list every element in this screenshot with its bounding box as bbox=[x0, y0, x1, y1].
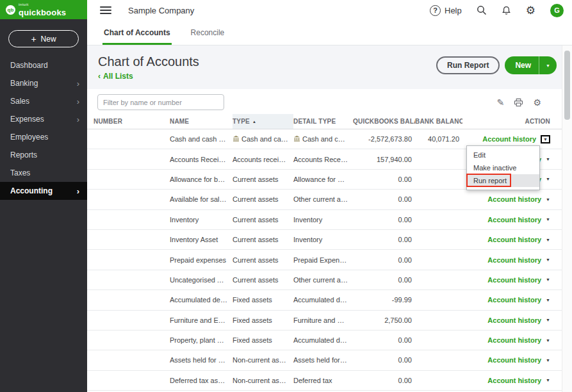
all-lists-back-link[interactable]: ‹ All Lists bbox=[98, 72, 199, 81]
user-avatar[interactable]: G bbox=[550, 4, 564, 17]
tab-chart-of-accounts[interactable]: Chart of Accounts bbox=[102, 20, 172, 45]
cell-action: Account history ▼ bbox=[462, 256, 550, 264]
cell-type: Accounts receiva... bbox=[233, 156, 293, 163]
table-row[interactable]: Accumulated depreciation Fixed assets Ac… bbox=[87, 290, 572, 310]
cell-name: Furniture and Equipment bbox=[170, 316, 233, 324]
cell-quickbooks-balance: 0.00 bbox=[353, 236, 415, 243]
cell-action: Account history ▼ bbox=[462, 236, 550, 243]
sidebar-item-employees[interactable]: Employees bbox=[0, 128, 87, 146]
edit-pencil-icon[interactable]: ✎ bbox=[497, 98, 505, 107]
cell-name: Cash and cash equivalents bbox=[170, 135, 233, 143]
cell-detail-type: Allowance for ba... bbox=[293, 176, 353, 183]
account-history-link[interactable]: Account history bbox=[487, 276, 541, 284]
cell-detail-type: Accumulated dep... bbox=[293, 336, 353, 344]
action-dropdown-button[interactable]: ▼ bbox=[546, 338, 550, 343]
bank-icon bbox=[293, 135, 302, 143]
account-history-link[interactable]: Account history bbox=[487, 316, 541, 324]
cell-detail-type: Accounts Receiva... bbox=[293, 156, 353, 163]
sidebar-new-button[interactable]: + New bbox=[8, 30, 79, 47]
sidebar-item-dashboard[interactable]: Dashboard bbox=[0, 56, 87, 74]
action-dropdown-button[interactable]: ▼ bbox=[546, 197, 550, 202]
column-header-action: ACTION bbox=[462, 118, 550, 125]
action-dropdown-button[interactable]: ▼ bbox=[546, 177, 550, 181]
column-header-type[interactable]: TYPE ▲ bbox=[233, 114, 293, 129]
action-dropdown-button[interactable]: ▼ bbox=[546, 157, 550, 161]
account-history-link[interactable]: Account history bbox=[487, 356, 541, 364]
account-history-link[interactable]: Account history bbox=[487, 216, 541, 224]
column-header-name[interactable]: NAME bbox=[170, 118, 233, 125]
action-dropdown-button[interactable]: ▼ bbox=[546, 217, 550, 222]
sidebar-item-accounting[interactable]: Accounting› bbox=[0, 182, 87, 200]
help-button[interactable]: ? Help bbox=[430, 5, 462, 16]
new-account-button[interactable]: New ▼ bbox=[505, 56, 557, 74]
table-row[interactable]: Furniture and Equipment Fixed assets Fur… bbox=[87, 311, 572, 331]
cell-detail-type: Inventory bbox=[293, 236, 353, 243]
table-row[interactable]: Inventory Asset Current assets Inventory… bbox=[87, 230, 572, 250]
cell-action: Account history ▼ bbox=[462, 195, 550, 203]
account-history-link[interactable]: Account history bbox=[487, 256, 541, 264]
cell-detail-type: Furniture and Fixt... bbox=[293, 316, 353, 324]
account-history-link[interactable]: Account history bbox=[487, 236, 541, 243]
scrollbar-thumb[interactable] bbox=[564, 51, 570, 120]
notifications-bell-icon[interactable] bbox=[502, 5, 511, 15]
sidebar-item-expenses[interactable]: Expenses› bbox=[0, 110, 87, 128]
column-header-number[interactable]: NUMBER bbox=[94, 118, 170, 125]
run-report-button[interactable]: Run Report bbox=[436, 56, 500, 74]
search-icon[interactable] bbox=[477, 5, 487, 15]
cell-action: Account history ▼ bbox=[462, 356, 550, 364]
cell-detail-type: Accumulated dep... bbox=[293, 296, 353, 304]
page-title: Chart of Accounts bbox=[98, 54, 199, 69]
action-dropdown-button[interactable]: ▼ bbox=[546, 277, 550, 282]
cell-type: Non-current assets bbox=[233, 356, 293, 364]
action-dropdown-button[interactable]: ▼ bbox=[541, 135, 550, 143]
menu-item-make-inactive[interactable]: Make inactive bbox=[467, 161, 539, 174]
topbar: Sample Company ? Help ⚙ G bbox=[87, 0, 572, 20]
table-row[interactable]: Property, plant and equipment Fixed asse… bbox=[87, 331, 572, 350]
action-dropdown-button[interactable]: ▼ bbox=[546, 298, 550, 302]
table-row[interactable]: Assets held for sale Non-current assets … bbox=[87, 350, 572, 370]
cell-action: Account history ▼ bbox=[462, 316, 550, 324]
table-settings-gear-icon[interactable]: ⚙ bbox=[533, 98, 541, 107]
cell-bank-balance: 40,071.20 bbox=[415, 135, 462, 143]
sidebar-item-taxes[interactable]: Taxes bbox=[0, 164, 87, 182]
table-row[interactable]: Inventory Current assets Inventory 0.00 … bbox=[87, 210, 572, 230]
filter-input[interactable] bbox=[97, 94, 224, 110]
new-button-caret-icon[interactable]: ▼ bbox=[539, 63, 557, 68]
sidebar-item-sales[interactable]: Sales› bbox=[0, 92, 87, 110]
main-content: Chart of Accounts Reconcile Chart of Acc… bbox=[87, 20, 572, 392]
company-name: Sample Company bbox=[128, 6, 194, 15]
action-dropdown-button[interactable]: ▼ bbox=[546, 318, 550, 322]
account-history-link[interactable]: Account history bbox=[487, 336, 541, 344]
table-row[interactable]: Uncategorised Asset Current assets Other… bbox=[87, 270, 572, 290]
help-icon: ? bbox=[430, 5, 441, 16]
action-dropdown-button[interactable]: ▼ bbox=[546, 378, 550, 382]
vertical-scrollbar[interactable] bbox=[562, 45, 572, 392]
table-row[interactable]: Prepaid expenses Current assets Prepaid … bbox=[87, 250, 572, 270]
column-header-quickbooks-balance[interactable]: QUICKBOOKS BALAN bbox=[353, 118, 415, 125]
column-header-detail-type[interactable]: DETAIL TYPE bbox=[293, 118, 353, 125]
sidebar-item-reports[interactable]: Reports bbox=[0, 146, 87, 164]
cell-type: Current assets bbox=[233, 195, 293, 203]
account-history-link[interactable]: Account history bbox=[487, 377, 541, 384]
account-history-link[interactable]: Account history bbox=[487, 195, 541, 203]
column-header-bank-balance[interactable]: BANK BALANCE bbox=[415, 118, 462, 125]
cell-detail-type: Assets held for sale bbox=[293, 356, 353, 364]
menu-item-run-report[interactable]: Run report bbox=[467, 174, 539, 187]
tab-reconcile[interactable]: Reconcile bbox=[190, 20, 226, 45]
quickbooks-wordmark: quickbooks bbox=[19, 8, 66, 17]
settings-gear-icon[interactable]: ⚙ bbox=[526, 5, 535, 16]
sidebar-item-banking[interactable]: Banking› bbox=[0, 74, 87, 92]
menu-item-edit[interactable]: Edit bbox=[467, 149, 539, 161]
account-history-link[interactable]: Account history bbox=[482, 135, 536, 143]
table-row[interactable]: Deferred tax assets Non-current assets D… bbox=[87, 371, 572, 391]
page-header: Chart of Accounts ‹ All Lists Run Report… bbox=[87, 45, 572, 89]
account-history-link[interactable]: Account history bbox=[487, 296, 541, 304]
print-icon[interactable] bbox=[514, 98, 523, 107]
table-row[interactable]: Available for sale assets Current assets… bbox=[87, 190, 572, 209]
action-dropdown-button[interactable]: ▼ bbox=[546, 358, 550, 363]
action-dropdown-button[interactable]: ▼ bbox=[546, 238, 550, 242]
action-dropdown-button[interactable]: ▼ bbox=[546, 257, 550, 262]
cell-type: Current assets bbox=[233, 176, 293, 183]
cell-quickbooks-balance: 0.00 bbox=[353, 216, 415, 224]
hamburger-menu-icon[interactable] bbox=[100, 6, 111, 14]
